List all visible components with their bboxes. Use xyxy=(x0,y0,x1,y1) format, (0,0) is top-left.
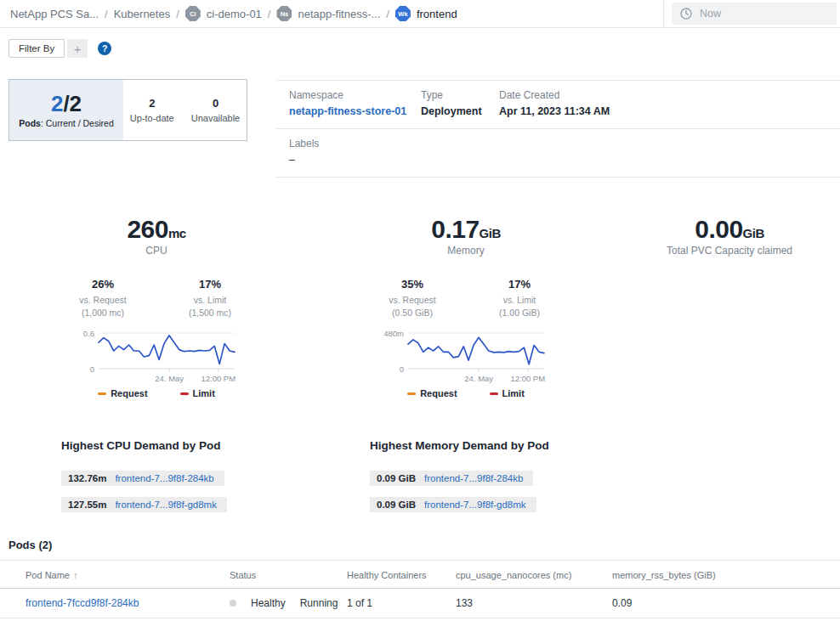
cpu-vs-limit: 17% vs. Limit(1,500 mc) xyxy=(171,278,249,319)
cpu-label: CPU xyxy=(0,245,313,257)
breadcrumb-workload: frontend xyxy=(417,8,457,20)
memory-demand-pod-link[interactable]: frontend-7...9f8f-284kb xyxy=(424,473,523,483)
limit-dash-icon xyxy=(180,392,189,395)
pods-ratio: 2/2 xyxy=(51,93,82,115)
workload-icon: Wk xyxy=(395,6,411,21)
summary-row: 2/2 Pods: Current / Desired 2 Up-to-date… xyxy=(0,79,840,178)
memory-value: 0.17GiB xyxy=(313,215,619,243)
question-icon: ? xyxy=(102,43,107,54)
legend-request[interactable]: Request xyxy=(407,388,457,398)
pods-caption: Pods: Current / Desired xyxy=(19,118,113,128)
type-value: Deployment xyxy=(421,105,499,117)
details-panel: Namespace netapp-fitness-store-01 Type D… xyxy=(276,80,840,178)
cpu-vs-request: 26% vs. Request(1,000 mc) xyxy=(64,278,142,319)
svg-text:0: 0 xyxy=(90,364,94,374)
svg-text:12:00 PM: 12:00 PM xyxy=(201,374,236,383)
svg-text:24. May: 24. May xyxy=(464,374,493,383)
svg-text:12:00 PM: 12:00 PM xyxy=(510,374,545,383)
help-button[interactable]: ? xyxy=(98,42,111,55)
pvc-unit: GiB xyxy=(743,226,764,240)
column-pod-name[interactable]: Pod Name↑ xyxy=(0,561,230,589)
metrics-row: 260mc CPU 26% vs. Request(1,000 mc) 17% … xyxy=(0,215,840,398)
memory-demand-pod-link[interactable]: frontend-7...9f8f-gd8mk xyxy=(424,500,526,510)
legend-limit[interactable]: Limit xyxy=(490,388,525,398)
legend-request[interactable]: Request xyxy=(98,388,147,398)
pods-table: Pod Name↑ Status Healthy Containers cpu_… xyxy=(0,561,840,621)
column-cpu-usage[interactable]: cpu_usage_nanocores (mc) xyxy=(456,561,612,589)
date-created-field: Date Created Apr 11, 2023 11:34 AM xyxy=(499,89,610,117)
cpu-demand-row: 127.55mfrontend-7...9f8f-gd8mk xyxy=(61,496,313,512)
add-filter-button[interactable]: + xyxy=(67,39,88,58)
pvc-metric: 0.00GiB Total PVC Capacity claimed xyxy=(619,215,840,398)
memory-chart[interactable]: 480m024. May12:00 PM xyxy=(313,326,619,387)
memory-rss-value: 0.09 xyxy=(612,589,840,618)
cpu-demand-pod-link[interactable]: frontend-7...9f8f-gd8mk xyxy=(115,500,217,510)
pods-current: 2 xyxy=(51,91,63,116)
request-dash-icon xyxy=(98,392,106,395)
pods-section-title: Pods (2) xyxy=(9,539,840,551)
cpu-chart[interactable]: 0.6024. May12:00 PM xyxy=(0,326,313,387)
up-to-date-label: Up-to-date xyxy=(130,113,174,123)
pod-name-link[interactable]: frontend-7fccd9f8f-284kb xyxy=(26,597,139,609)
clock-icon xyxy=(680,8,692,20)
cpu-metric: 260mc CPU 26% vs. Request(1,000 mc) 17% … xyxy=(0,215,313,398)
filter-bar: Filter By + ? xyxy=(9,38,840,59)
pods-ratio-separator: / xyxy=(63,91,69,116)
svg-text:0.6: 0.6 xyxy=(83,329,94,338)
memory-demand-value: 0.09 GiB xyxy=(377,500,416,510)
type-field: Type Deployment xyxy=(421,89,499,117)
filter-by-button[interactable]: Filter By xyxy=(9,39,65,58)
highest-memory-demand-block: Highest Memory Demand by Pod 0.09 GiBfro… xyxy=(313,439,840,512)
column-status[interactable]: Status xyxy=(230,561,347,589)
breadcrumb-cluster[interactable]: ci-demo-01 xyxy=(207,8,262,20)
highest-cpu-demand-block: Highest CPU Demand by Pod 132.76mfronten… xyxy=(0,439,313,512)
breadcrumb-tenant[interactable]: NetApp PCS Sa... xyxy=(10,8,99,20)
breadcrumb-separator: / xyxy=(105,8,108,20)
cpu-chart-legend: Request Limit xyxy=(0,388,313,398)
pvc-value: 0.00GiB xyxy=(619,215,840,243)
cpu-value: 260mc xyxy=(0,215,313,243)
header-right: Now xyxy=(663,0,840,27)
status-dot-icon xyxy=(230,600,236,607)
pods-current-desired-tile[interactable]: 2/2 Pods: Current / Desired xyxy=(9,80,123,140)
column-memory-rss[interactable]: memory_rss_bytes (GiB) xyxy=(612,561,840,589)
memory-metric: 0.17GiB Memory 35% vs. Request(0.50 GiB)… xyxy=(313,215,619,398)
date-created-label: Date Created xyxy=(499,89,610,101)
pods-counts-pane: 2 Up-to-date 0 Unavailable xyxy=(123,80,247,140)
legend-limit[interactable]: Limit xyxy=(180,388,215,398)
healthy-containers-value: 1 of 1 xyxy=(347,589,456,618)
up-to-date-block: 2 Up-to-date xyxy=(130,97,174,123)
breadcrumb-kubernetes[interactable]: Kubernetes xyxy=(114,8,171,20)
time-range-selector[interactable]: Now xyxy=(672,3,837,25)
sort-asc-icon[interactable]: ↑ xyxy=(73,570,78,580)
type-label: Type xyxy=(421,89,499,101)
unavailable-label: Unavailable xyxy=(191,113,240,123)
namespace-label: Namespace xyxy=(289,89,421,101)
cpu-demand-pod-link[interactable]: frontend-7...9f8f-284kb xyxy=(115,473,213,483)
highest-memory-title: Highest Memory Demand by Pod xyxy=(370,439,840,452)
labels-value: – xyxy=(289,154,319,166)
request-dash-icon xyxy=(407,392,416,395)
memory-chart-legend: Request Limit xyxy=(313,388,619,398)
breadcrumb-separator: / xyxy=(268,8,271,20)
table-row[interactable]: frontend-7fccd9f8f-284kb HealthyRunning … xyxy=(0,589,840,618)
details-row-2: Labels – xyxy=(276,129,840,178)
labels-field: Labels – xyxy=(289,138,319,166)
namespace-value-link[interactable]: netapp-fitness-store-01 xyxy=(289,105,421,117)
header-divider xyxy=(663,0,664,28)
memory-pct-row: 35% vs. Request(0.50 GiB) 17% vs. Limit(… xyxy=(313,278,619,319)
details-row-1: Namespace netapp-fitness-store-01 Type D… xyxy=(276,80,840,129)
breadcrumb: NetApp PCS Sa... / Kubernetes / Ci ci-de… xyxy=(0,6,457,21)
memory-label: Memory xyxy=(313,245,619,257)
date-created-value: Apr 11, 2023 11:34 AM xyxy=(499,105,610,117)
column-healthy-containers[interactable]: Healthy Containers xyxy=(347,561,456,589)
namespace-field: Namespace netapp-fitness-store-01 xyxy=(289,89,421,117)
memory-vs-request: 35% vs. Request(0.50 GiB) xyxy=(373,278,451,319)
cluster-icon: Ci xyxy=(185,6,201,21)
status-cell: HealthyRunning xyxy=(230,597,347,609)
cpu-demand-value: 132.76m xyxy=(68,473,106,483)
status-health: Healthy xyxy=(251,597,286,609)
breadcrumb-namespace[interactable]: netapp-fitness-... xyxy=(298,8,380,20)
unavailable-value: 0 xyxy=(191,97,240,110)
breadcrumb-separator: / xyxy=(386,8,389,20)
